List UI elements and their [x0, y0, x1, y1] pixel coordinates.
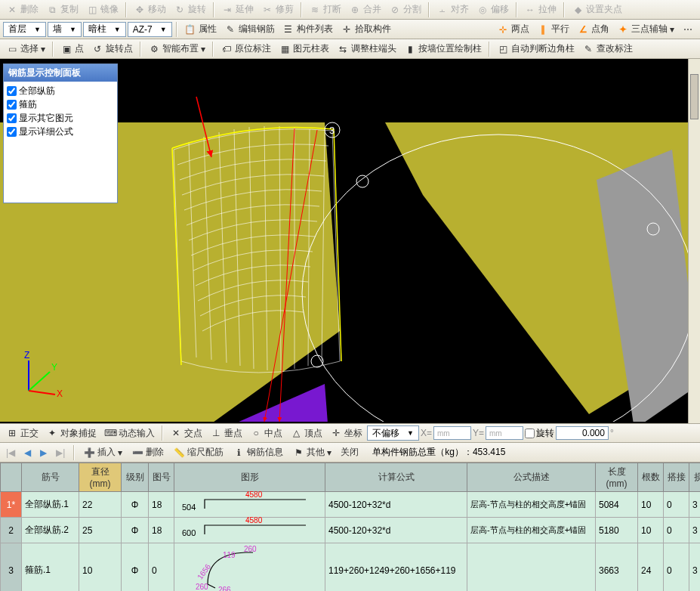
- cell-len[interactable]: 5180: [596, 518, 638, 543]
- btn-rotpt[interactable]: ↺旋转点: [88, 41, 136, 57]
- btn-offset[interactable]: ◎偏移: [473, 2, 512, 17]
- btn-stretch[interactable]: ↔拉伸: [521, 2, 560, 17]
- cell-formula[interactable]: 4500-120+32*d: [325, 518, 467, 543]
- btn-other[interactable]: ⚑其他▾: [289, 444, 335, 460]
- cell-loss[interactable]: 3: [689, 543, 701, 592]
- cell-loss[interactable]: 3: [689, 492, 701, 518]
- btn-editrebar[interactable]: ✎编辑钢筋: [221, 21, 278, 37]
- btn-complist[interactable]: ☰构件列表: [279, 21, 336, 37]
- cell-code[interactable]: 18: [149, 492, 174, 518]
- cell-code[interactable]: 0: [149, 543, 174, 592]
- cell-dia[interactable]: 25: [79, 518, 122, 543]
- code-select[interactable]: AZ-7▼: [128, 22, 172, 37]
- btn-pick[interactable]: ✛拾取构件: [338, 21, 394, 37]
- table-row[interactable]: 3 箍筋.1 10 Φ 0 1656 119 260 260 266 119+2…: [1, 543, 701, 592]
- btn-setgrip[interactable]: ◆设置夹点: [569, 2, 625, 17]
- viewport-scrollbar[interactable]: [688, 59, 700, 423]
- btn-dyn[interactable]: ⌨动态输入: [101, 425, 158, 441]
- x-input[interactable]: mm: [433, 426, 471, 440]
- btn-attr[interactable]: 📋属性: [181, 21, 220, 37]
- cell-loss[interactable]: 3: [689, 518, 701, 543]
- btn-parallel[interactable]: ∥平行: [534, 21, 572, 37]
- row-index[interactable]: 2: [1, 518, 22, 543]
- btn-ptang[interactable]: ∠点角: [574, 21, 612, 37]
- cell-dia[interactable]: 10: [79, 543, 122, 592]
- btn-select[interactable]: ▭选择▾: [3, 41, 48, 57]
- btn-osnap[interactable]: ✦对象捕捉: [43, 425, 100, 441]
- cell-num[interactable]: 全部纵筋.1: [22, 492, 79, 518]
- category-select[interactable]: 墙▼: [48, 22, 82, 37]
- btn-align[interactable]: ⫠对齐: [433, 2, 472, 17]
- nav-first[interactable]: |◀: [3, 446, 18, 459]
- btn-twopt[interactable]: ⊹两点: [494, 21, 532, 37]
- chk-stirrup[interactable]: 箍筋: [7, 98, 114, 111]
- cell-grade[interactable]: Φ: [122, 543, 149, 592]
- cell-lap[interactable]: 0: [664, 492, 689, 518]
- btn-trim[interactable]: ✂修剪: [258, 2, 297, 17]
- cell-qty[interactable]: 10: [638, 492, 664, 518]
- chk-all-long[interactable]: 全部纵筋: [7, 85, 114, 97]
- btn-close-rebar[interactable]: 关闭: [338, 444, 362, 460]
- btn-info[interactable]: ℹ钢筋信息: [230, 444, 286, 460]
- rebar-grid[interactable]: 筋号 直径(mm) 级别 图号 图形 计算公式 公式描述 长度(mm) 根数 搭…: [0, 463, 700, 591]
- btn-coord[interactable]: ✛坐标: [327, 425, 365, 441]
- btn-mid[interactable]: ○中点: [247, 425, 285, 441]
- cell-formula[interactable]: 4500-120+32*d: [325, 492, 467, 518]
- cell-formula[interactable]: 119+260+1249+260+1656+119: [325, 543, 467, 592]
- cell-grade[interactable]: Φ: [122, 492, 149, 518]
- cell-desc[interactable]: [467, 543, 596, 592]
- chk-formula[interactable]: 显示详细公式: [7, 125, 114, 138]
- btn-adjhead[interactable]: ⇆调整柱端头: [334, 41, 399, 57]
- cell-code[interactable]: 18: [149, 518, 174, 543]
- table-row[interactable]: 2 全部纵筋.2 25 Φ 18 600 4580 4500-120+32*d …: [1, 518, 701, 543]
- btn-extend[interactable]: ⇥延伸: [218, 2, 257, 17]
- btn-threeaxis[interactable]: ✦三点辅轴▾: [614, 21, 677, 37]
- cell-dia[interactable]: 22: [79, 492, 122, 518]
- btn-origtag[interactable]: 🏷原位标注: [217, 41, 274, 57]
- btn-insert-row[interactable]: ➕插入▾: [80, 444, 125, 460]
- viewport-3d[interactable]: 钢筋显示控制面板 全部纵筋 箍筋 显示其它图元 显示详细公式: [0, 59, 700, 423]
- btn-copy[interactable]: ⧉复制: [43, 2, 82, 17]
- cell-grade[interactable]: Φ: [122, 518, 149, 543]
- btn-mirror[interactable]: ◫镜像: [83, 2, 122, 17]
- btn-break[interactable]: ≋打断: [306, 2, 344, 17]
- cell-shape[interactable]: 600 4580: [174, 518, 325, 543]
- rotate-chk[interactable]: [525, 429, 535, 438]
- btn-rotate[interactable]: ↻旋转: [171, 2, 209, 17]
- y-input[interactable]: mm: [486, 426, 523, 440]
- btn-point[interactable]: ▣点: [57, 41, 87, 57]
- cell-desc[interactable]: 层高-节点与柱的相交高度+锚固: [467, 518, 596, 543]
- btn-perp[interactable]: ⊥垂点: [207, 425, 245, 441]
- btn-move[interactable]: ✥移动: [131, 2, 169, 17]
- btn-smart[interactable]: ⚙智能布置▾: [145, 41, 208, 57]
- nav-last[interactable]: ▶|: [53, 446, 68, 459]
- type-select[interactable]: 暗柱▼: [83, 22, 126, 37]
- cell-shape[interactable]: 1656 119 260 260 266: [174, 543, 325, 592]
- nav-next[interactable]: ▶: [37, 446, 50, 459]
- btn-delete[interactable]: ✕删除: [3, 2, 42, 17]
- floor-select[interactable]: 首层▼: [3, 22, 46, 37]
- row-index[interactable]: 1*: [1, 492, 22, 518]
- table-row[interactable]: 1* 全部纵筋.1 22 Φ 18 504 4580 4500-120+32*d…: [1, 492, 701, 518]
- btn-autocorner[interactable]: ◰自动判断边角柱: [494, 41, 578, 57]
- cell-qty[interactable]: 10: [638, 518, 664, 543]
- cell-num[interactable]: 箍筋.1: [22, 543, 79, 592]
- nav-prev[interactable]: ◀: [21, 446, 34, 459]
- btn-more1[interactable]: ⋯: [679, 22, 697, 37]
- btn-top[interactable]: △顶点: [287, 425, 325, 441]
- cell-shape[interactable]: 504 4580: [174, 492, 325, 518]
- cell-len[interactable]: 3663: [596, 543, 638, 592]
- cell-desc[interactable]: 层高-节点与柱的相交高度+锚固: [467, 492, 596, 518]
- btn-ortho[interactable]: ⊞正交: [3, 425, 42, 441]
- cell-lap[interactable]: 0: [664, 543, 689, 592]
- cell-len[interactable]: 5084: [596, 492, 638, 518]
- cell-lap[interactable]: 0: [664, 518, 689, 543]
- btn-bypos[interactable]: ▮按墙位置绘制柱: [401, 41, 485, 57]
- btn-merge[interactable]: ⊕合并: [346, 2, 384, 17]
- btn-elevtable[interactable]: ▦图元柱表: [276, 41, 332, 57]
- chk-other[interactable]: 显示其它图元: [7, 112, 114, 125]
- cell-qty[interactable]: 24: [638, 543, 664, 592]
- btn-scale[interactable]: 📏缩尺配筋: [170, 444, 227, 460]
- btn-delete-row[interactable]: ➖删除: [128, 444, 167, 460]
- btn-cross[interactable]: ✕交点: [167, 425, 205, 441]
